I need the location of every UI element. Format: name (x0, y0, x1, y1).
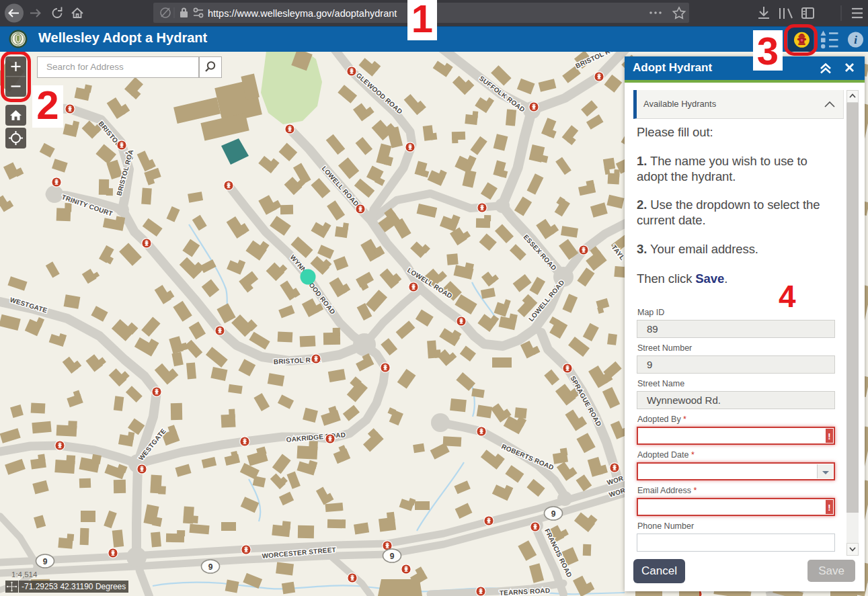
svg-text:i: i (854, 34, 857, 46)
svg-text:9: 9 (43, 557, 48, 566)
svg-text:9: 9 (208, 562, 213, 572)
svg-text:9: 9 (551, 509, 556, 519)
svg-text:9: 9 (390, 552, 395, 561)
